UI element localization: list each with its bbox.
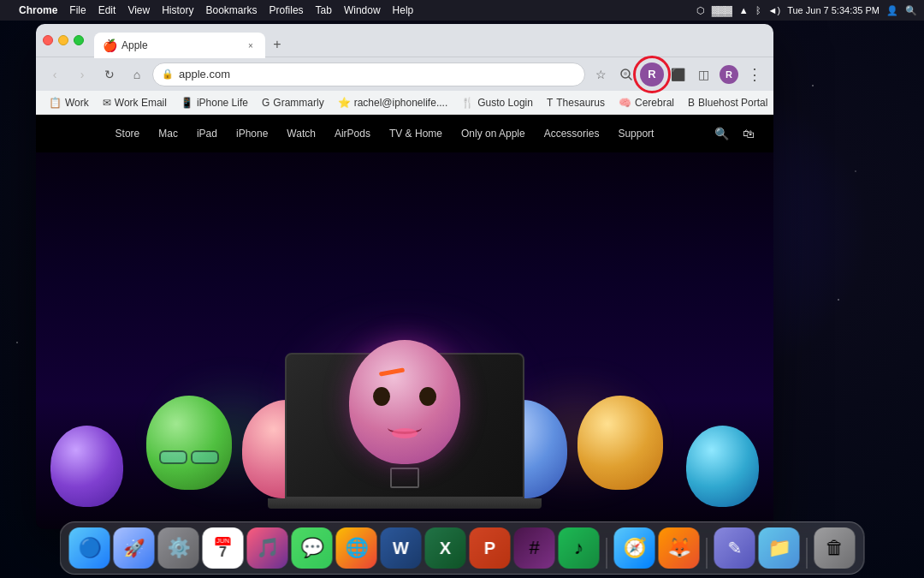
bookmark-iphone-life[interactable]: 📱 iPhone Life [175,94,254,111]
search-menubar-icon[interactable]: 🔍 [905,5,917,16]
apple-nav-support[interactable]: Support [618,128,654,140]
menu-file[interactable]: File [69,4,86,16]
dock-safari[interactable]: 🧭 [614,527,655,569]
dock-script-editor[interactable]: ✎ [714,527,755,569]
dock-excel[interactable]: X [425,527,466,569]
dock-messages[interactable]: 💬 [292,527,333,569]
tab-favicon: 🍎 [103,39,116,52]
new-tab-button[interactable]: + [265,33,289,57]
address-bar[interactable]: 🔒 apple.com [152,63,585,86]
apple-search-icon[interactable]: 🔍 [714,127,729,140]
bookmark-star-button[interactable]: ☆ [589,63,613,86]
traffic-lights [43,35,84,45]
split-view-button[interactable]: ◫ [691,63,715,86]
clock-menubar: Tue Jun 7 5:34:35 PM [787,5,880,15]
more-menu-button[interactable]: ⋮ [743,63,767,86]
refresh-button[interactable]: ↻ [98,63,121,86]
user-menubar-icon[interactable]: 👤 [886,5,898,16]
desktop: Chrome File Edit View History Bookmarks … [0,0,924,578]
minimize-window-button[interactable] [58,35,68,45]
dock-files[interactable]: 📁 [759,527,800,569]
bookmarks-bar: 📋 Work ✉ Work Email 📱 iPhone Life G Gram… [36,91,773,115]
apple-bag-icon[interactable]: 🛍 [743,127,755,140]
memoji-center-head [349,340,460,464]
menu-profiles[interactable]: Profiles [270,4,304,16]
menu-history[interactable]: History [162,4,193,16]
profile-initial: R [648,68,655,80]
apple-nav-airpods[interactable]: AirPods [335,128,370,140]
apple-nav-only-apple[interactable]: Only on Apple [461,128,525,140]
cerebral-bookmark-icon: 🧠 [619,97,631,109]
profile-button[interactable]: R [640,63,664,86]
rachel-label: rachel@iphonelife.... [354,97,448,109]
memoji-right1-head [578,396,663,490]
work-bookmark-label: Work [65,97,89,109]
dropbox-menubar-icon[interactable]: ⬡ [696,5,705,16]
bluetooth-menubar-icon[interactable]: ᛒ [755,5,761,15]
app-name[interactable]: Chrome [19,4,57,16]
dock-firefox[interactable]: 🦊 [659,527,700,569]
chrome-titlebar: 🍎 Apple × + [36,24,773,57]
toolbar-actions: ☆ R ⬛ ◫ R [589,63,767,86]
close-window-button[interactable] [43,35,53,45]
dock-trash[interactable]: 🗑 [814,527,856,569]
apple-nav-store[interactable]: Store [116,128,140,140]
dock-launchpad[interactable]: 🚀 [114,527,155,569]
dock-calendar[interactable]: JUN 7 [203,527,244,569]
memoji-left1-head [146,396,232,490]
maximize-window-button[interactable] [74,35,84,45]
dock-music[interactable]: 🎵 [247,527,288,569]
menu-edit[interactable]: Edit [98,4,116,16]
chrome-toolbar: ‹ › ↻ ⌂ 🔒 apple.com ☆ R [36,57,773,91]
bookmark-thesaurus[interactable]: T Thesaurus [541,94,611,111]
account-button[interactable]: R [717,63,741,86]
menubar: Chrome File Edit View History Bookmarks … [0,0,924,21]
tab-close-button[interactable]: × [245,39,257,51]
forward-button[interactable]: › [70,63,94,86]
back-button[interactable]: ‹ [43,63,67,86]
macbook-base [268,498,542,509]
lens-button[interactable] [614,63,638,86]
tab-title: Apple [121,39,148,51]
active-tab[interactable]: 🍎 Apple × [94,33,265,58]
apple-nav-ipad[interactable]: iPad [197,128,217,140]
apple-nav-mac[interactable]: Mac [158,128,178,140]
dock-chrome[interactable]: 🌐 [336,527,377,569]
apple-nav-watch[interactable]: Watch [287,128,316,140]
grammarly-bookmark-icon: G [262,97,270,109]
gmail-bookmark-icon: ✉ [103,97,111,109]
bookmark-rachel[interactable]: ⭐ rachel@iphonelife.... [332,94,454,111]
bookmark-work[interactable]: 📋 Work [43,94,95,111]
dock-settings[interactable]: ⚙️ [158,527,199,569]
lock-icon: 🔒 [162,69,174,80]
menu-tab[interactable]: Tab [316,4,332,16]
bookmark-cerebral[interactable]: 🧠 Cerebral [613,94,680,111]
apple-nav-tv[interactable]: TV & Home [389,128,442,140]
cast-button[interactable]: ⬛ [666,63,690,86]
dock-word[interactable]: W [381,527,422,569]
bookmark-bluehost[interactable]: B Bluehost Portal [682,94,773,111]
volume-menubar-icon[interactable]: ◄) [768,5,781,15]
memoji-far-left [50,426,123,507]
dock-slack[interactable]: # [514,527,555,569]
apple-nav-icons: 🔍 🛍 [714,127,755,140]
dock-spotify[interactable]: ♪ [559,527,600,569]
dock-finder[interactable]: 🔵 [69,527,110,569]
url-text: apple.com [179,68,230,80]
rachel-bookmark-icon: ⭐ [338,97,351,109]
thesaurus-label: Thesaurus [556,97,605,109]
home-button[interactable]: ⌂ [125,63,149,86]
dock-powerpoint[interactable]: P [470,527,511,569]
bookmark-work-email[interactable]: ✉ Work Email [97,94,173,111]
profile-button-wrapper: R [640,63,664,86]
bookmark-gusto[interactable]: 🍴 Gusto Login [455,94,539,111]
bookmark-grammarly[interactable]: G Grammarly [256,94,330,111]
apple-nav-iphone[interactable]: iPhone [236,128,268,140]
wifi-menubar-icon[interactable]: ▲ [739,5,749,15]
menu-window[interactable]: Window [344,4,381,16]
menu-bookmarks[interactable]: Bookmarks [206,4,258,16]
menu-help[interactable]: Help [393,4,414,16]
menu-view[interactable]: View [127,4,150,16]
gusto-label: Gusto Login [477,97,533,109]
apple-nav-accessories[interactable]: Accessories [544,128,600,140]
